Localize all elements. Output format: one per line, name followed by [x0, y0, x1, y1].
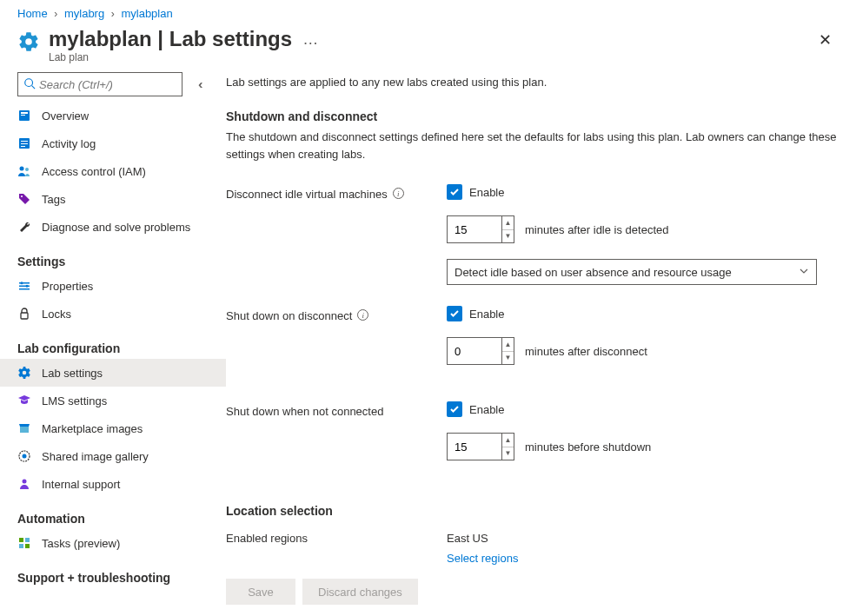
svg-point-0 — [25, 78, 33, 86]
footer-bar: Save Discard changes — [226, 566, 839, 609]
enable-label: Enable — [469, 403, 504, 416]
sidebar-item-label: Properties — [42, 280, 93, 293]
search-input[interactable] — [17, 72, 182, 96]
breadcrumb-plan[interactable]: mylabplan — [121, 7, 172, 20]
gear-icon — [17, 30, 40, 53]
minutes-spinner[interactable]: ▲ ▼ — [447, 337, 514, 365]
sidebar-item-properties[interactable]: Properties — [0, 272, 226, 300]
minutes-input[interactable] — [448, 338, 501, 364]
spinner-down-icon[interactable]: ▼ — [502, 447, 514, 460]
svg-point-20 — [23, 454, 27, 459]
sidebar-item-lms-settings[interactable]: LMS settings — [0, 387, 226, 414]
sidebar-item-label: Lab settings — [42, 367, 103, 380]
breadcrumb-home[interactable]: Home — [17, 7, 48, 20]
section-location-title: Location selection — [226, 492, 839, 523]
sidebar-item-label: Internal support — [42, 478, 120, 491]
enabled-regions-value: East US — [447, 528, 839, 545]
sidebar-item-shared-image-gallery[interactable]: Shared image gallery — [0, 442, 226, 470]
spinner-up-icon[interactable]: ▲ — [502, 216, 514, 230]
sidebar-item-locks[interactable]: Locks — [0, 300, 226, 328]
enable-checkbox[interactable] — [447, 401, 462, 417]
breadcrumb-rg[interactable]: mylabrg — [64, 7, 104, 20]
support-person-icon — [17, 477, 31, 491]
sidebar-item-internal-support[interactable]: Internal support — [0, 470, 226, 498]
people-icon — [17, 164, 31, 178]
collapse-sidebar-icon[interactable]: ‹‹ — [198, 77, 199, 91]
setting-disconnect-idle: Disconnect idle virtual machines i Enabl… — [226, 179, 839, 301]
sidebar-item-tags[interactable]: Tags — [0, 185, 226, 213]
svg-rect-22 — [19, 538, 23, 542]
search-field[interactable] — [36, 76, 182, 93]
save-button[interactable]: Save — [226, 579, 295, 605]
sidebar-item-label: Locks — [42, 308, 71, 321]
marketplace-icon — [17, 421, 31, 435]
setting-shutdown-on-disconnect: Shut down on disconnect i Enable — [226, 301, 839, 396]
sidebar-item-label: Marketplace images — [42, 422, 143, 435]
properties-icon — [17, 279, 31, 293]
lock-icon — [17, 307, 31, 321]
svg-line-1 — [32, 85, 36, 89]
dropdown-value: Detect idle based on user absence and re… — [455, 266, 799, 279]
svg-rect-3 — [21, 112, 28, 114]
sidebar-item-lab-settings[interactable]: Lab settings — [0, 359, 226, 387]
sidebar-item-label: Overview — [42, 109, 89, 123]
sidebar-item-tasks[interactable]: Tasks (preview) — [0, 529, 226, 557]
minutes-input[interactable] — [448, 434, 501, 460]
sidebar-group-labconfig: Lab configuration — [0, 328, 226, 359]
setting-label: Enabled regions — [226, 532, 308, 545]
spinner-up-icon[interactable]: ▲ — [502, 338, 514, 352]
svg-rect-18 — [20, 427, 29, 433]
tag-icon — [17, 192, 31, 206]
sidebar-item-overview[interactable]: Overview — [0, 102, 226, 129]
enable-checkbox[interactable] — [447, 184, 462, 200]
spinner-suffix: minutes after disconnect — [525, 345, 647, 358]
setting-label: Shut down when not connected — [226, 405, 383, 418]
discard-button[interactable]: Discard changes — [302, 579, 418, 605]
sidebar-item-marketplace-images[interactable]: Marketplace images — [0, 414, 226, 442]
select-regions-link[interactable]: Select regions — [447, 545, 839, 565]
overview-icon — [17, 109, 31, 123]
sidebar-item-label: Shared image gallery — [42, 450, 149, 463]
sidebar-item-label: Tasks (preview) — [42, 537, 120, 550]
spinner-down-icon[interactable]: ▼ — [502, 352, 514, 365]
sidebar-item-activity-log[interactable]: Activity log — [0, 129, 226, 157]
svg-rect-6 — [21, 141, 28, 142]
setting-label: Shut down on disconnect — [226, 309, 352, 322]
svg-rect-25 — [25, 544, 30, 548]
setting-enabled-regions: Enabled regions East US Select regions — [226, 523, 839, 566]
sidebar-group-automation: Automation — [0, 498, 226, 529]
svg-rect-14 — [19, 288, 30, 290]
spinner-suffix: minutes after idle is detected — [525, 223, 668, 236]
minutes-spinner[interactable]: ▲ ▼ — [447, 215, 514, 243]
enable-label: Enable — [469, 308, 504, 321]
minutes-spinner[interactable]: ▲ ▼ — [447, 433, 514, 460]
page-title: mylabplan | Lab settings — [49, 27, 292, 51]
activity-log-icon — [17, 136, 31, 150]
svg-rect-17 — [21, 313, 28, 319]
more-icon[interactable]: … — [302, 30, 318, 49]
svg-point-10 — [25, 168, 29, 171]
spinner-up-icon[interactable]: ▲ — [502, 434, 514, 447]
info-icon[interactable]: i — [393, 188, 404, 199]
breadcrumb-separator: › — [54, 8, 57, 20]
section-shutdown-desc: The shutdown and disconnect settings def… — [226, 129, 839, 179]
chevron-down-icon — [799, 266, 809, 279]
section-shutdown-title: Shutdown and disconnect — [226, 97, 839, 129]
graduation-icon — [17, 394, 31, 407]
close-icon[interactable]: ✕ — [812, 27, 839, 53]
spinner-down-icon[interactable]: ▼ — [502, 230, 514, 243]
info-icon[interactable]: i — [357, 309, 368, 321]
svg-point-9 — [20, 167, 24, 171]
svg-rect-7 — [21, 143, 28, 144]
svg-point-16 — [26, 285, 29, 288]
idle-detection-dropdown[interactable]: Detect idle based on user absence and re… — [447, 259, 817, 285]
sidebar-item-label: LMS settings — [42, 394, 107, 407]
enable-checkbox[interactable] — [447, 306, 462, 321]
sidebar-item-diagnose[interactable]: Diagnose and solve problems — [0, 213, 226, 241]
minutes-input[interactable] — [448, 216, 501, 242]
spinner-suffix: minutes before shutdown — [525, 440, 651, 454]
sidebar-item-access-control[interactable]: Access control (IAM) — [0, 157, 226, 185]
setting-shutdown-not-connected: Shut down when not connected Enable ▲ — [226, 396, 839, 492]
gallery-icon — [17, 449, 31, 463]
sidebar-group-settings: Settings — [0, 241, 226, 272]
